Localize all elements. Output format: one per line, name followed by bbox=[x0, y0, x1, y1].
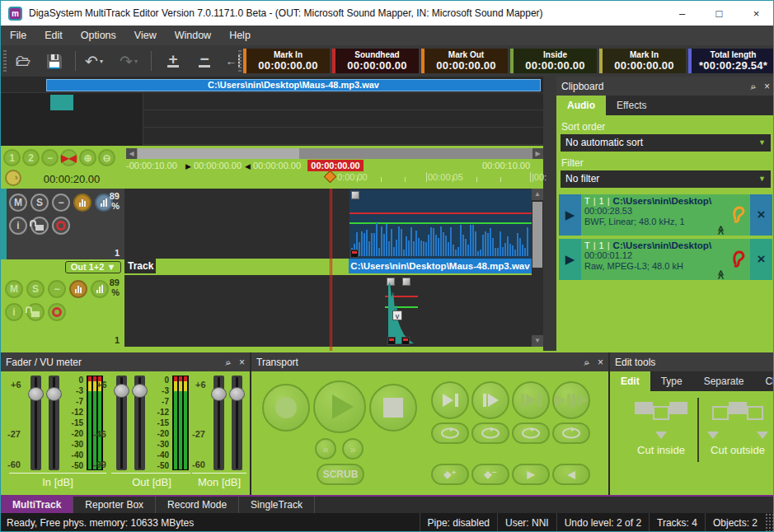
delete-icon[interactable]: × bbox=[750, 194, 772, 236]
scroll-right-icon[interactable]: ▶ bbox=[532, 148, 543, 159]
stop-button[interactable] bbox=[369, 384, 417, 432]
resize-grip[interactable] bbox=[765, 513, 774, 532]
scroll-up-icon[interactable]: ▲ bbox=[532, 189, 543, 200]
scrollbar-thumb[interactable] bbox=[138, 148, 299, 159]
tab-multitrack[interactable]: MultiTrack bbox=[1, 497, 73, 513]
fader-knob[interactable] bbox=[229, 387, 245, 401]
vertical-scrollbar[interactable]: ▲ ▼ bbox=[532, 189, 543, 347]
scrollbar-thumb[interactable] bbox=[532, 202, 542, 268]
tab-clip-in[interactable]: Clip & I bbox=[754, 371, 774, 391]
menu-options[interactable]: Options bbox=[72, 26, 125, 45]
delete-marker-button[interactable]: ◆⁻ bbox=[471, 464, 509, 485]
menu-edit[interactable]: Edit bbox=[35, 26, 72, 45]
cut-inside-tool[interactable]: Cut inside bbox=[625, 402, 697, 456]
playhead-cursor[interactable] bbox=[330, 189, 332, 351]
expand-icon[interactable]: ≪ bbox=[716, 226, 727, 234]
loop-button[interactable] bbox=[552, 422, 590, 444]
scroll-left-icon[interactable]: ◀ bbox=[126, 148, 137, 159]
cut-outside-tool[interactable]: Cut outside bbox=[702, 402, 773, 456]
track1-lock-icon[interactable] bbox=[30, 217, 49, 235]
zoom-preset-2-button[interactable]: 2 bbox=[22, 149, 40, 166]
track1-audio-object[interactable] bbox=[349, 189, 532, 259]
play-to-mark-button[interactable] bbox=[512, 381, 550, 419]
forward-button[interactable]: » bbox=[342, 438, 364, 460]
filter-dropdown[interactable]: No filter▼ bbox=[561, 170, 771, 188]
close-icon[interactable]: × bbox=[764, 81, 770, 92]
menu-file[interactable]: File bbox=[1, 26, 35, 45]
fader-slider[interactable] bbox=[232, 376, 242, 470]
fader-knob[interactable] bbox=[211, 387, 227, 401]
scrub-button[interactable]: SCRUB bbox=[317, 464, 364, 485]
zoom-out-circle-icon[interactable]: ⊖ bbox=[98, 149, 115, 166]
track1-record-button[interactable] bbox=[52, 217, 70, 235]
track1-name[interactable]: Track 1 bbox=[124, 259, 156, 273]
track1-info-button[interactable]: i bbox=[9, 217, 27, 235]
track1-object-filename[interactable]: C:\Users\nin\Desktop\Maus-48.mp3.wav bbox=[349, 259, 532, 273]
rewind-button[interactable]: « bbox=[315, 438, 336, 460]
volume-point-handle[interactable]: v bbox=[392, 310, 402, 320]
fader-slider[interactable] bbox=[134, 376, 145, 470]
tab-audio[interactable]: Audio bbox=[556, 96, 606, 115]
fader-knob[interactable] bbox=[132, 384, 148, 398]
zoom-in-circle-icon[interactable]: ⊕ bbox=[79, 149, 96, 166]
overview-clip-block[interactable] bbox=[50, 95, 73, 110]
prelisten-ear-icon[interactable] bbox=[727, 194, 750, 236]
track2-solo-button[interactable]: S bbox=[26, 280, 45, 298]
next-marker-button[interactable]: ▶ bbox=[512, 464, 550, 485]
track1-minimize-button[interactable]: − bbox=[52, 194, 70, 212]
play-from-cursor-button[interactable] bbox=[471, 381, 509, 419]
zoom-preset-1-button[interactable]: 1 bbox=[3, 149, 21, 166]
undo-icon[interactable]: ↶▾ bbox=[82, 50, 106, 72]
play-around-cursor-button[interactable] bbox=[552, 381, 590, 419]
zoom-in-icon[interactable]: + bbox=[161, 50, 185, 72]
tab-type[interactable]: Type bbox=[650, 371, 693, 391]
pin-icon[interactable]: ⌕̶ bbox=[750, 81, 756, 92]
waveform-zoom-icon[interactable]: ᭡ bbox=[5, 170, 21, 186]
loop-button[interactable] bbox=[512, 422, 550, 444]
track2-meter2-button[interactable] bbox=[91, 280, 109, 298]
add-marker-button[interactable]: ◆⁺ bbox=[431, 464, 469, 485]
track2-meter-button[interactable] bbox=[69, 280, 87, 298]
maximize-button[interactable]: □ bbox=[701, 1, 738, 26]
play-to-cursor-button[interactable] bbox=[431, 381, 469, 419]
mark-line-red[interactable] bbox=[349, 212, 532, 214]
timeline-ruler[interactable]: -00:00:10.00 ▶ 00:00:00.00 ◀ 00:00:00.00… bbox=[124, 160, 543, 184]
marker-right-icon[interactable]: ▶ bbox=[185, 162, 191, 170]
track2-lock-icon[interactable] bbox=[26, 303, 45, 321]
record-button[interactable] bbox=[262, 384, 310, 432]
menu-window[interactable]: Window bbox=[166, 26, 220, 45]
tab-separate[interactable]: Separate bbox=[693, 371, 755, 391]
pin-icon[interactable]: ⌕̶ bbox=[225, 357, 231, 368]
track1-solo-button[interactable]: S bbox=[30, 194, 49, 212]
prelisten-ear-icon[interactable] bbox=[727, 239, 750, 280]
play-icon[interactable]: ▶ bbox=[559, 194, 581, 236]
tab-record-mode[interactable]: Record Mode bbox=[156, 497, 239, 513]
project-overview[interactable]: C:\Users\nin\Desktop\Maus-48.mp3.wav bbox=[1, 77, 543, 146]
close-icon[interactable]: × bbox=[598, 357, 603, 368]
marker-left-icon[interactable]: ◀ bbox=[245, 162, 251, 170]
play-button[interactable] bbox=[313, 380, 366, 433]
track1-meter-button[interactable] bbox=[73, 194, 91, 212]
close-button[interactable]: × bbox=[738, 1, 774, 26]
track2-record-button[interactable] bbox=[48, 303, 66, 321]
tab-singletrack[interactable]: SingleTrack bbox=[239, 497, 315, 513]
open-icon[interactable]: 🗁 bbox=[11, 50, 35, 72]
fader-knob[interactable] bbox=[46, 387, 62, 401]
playhead-diamond-icon[interactable] bbox=[324, 170, 337, 184]
menu-view[interactable]: View bbox=[125, 26, 166, 45]
minimize-button[interactable]: – bbox=[664, 1, 701, 26]
loop-button[interactable] bbox=[431, 422, 469, 444]
overview-object-bar[interactable]: C:\Users\nin\Desktop\Maus-48.mp3.wav bbox=[46, 79, 541, 91]
track2-lane[interactable]: v bbox=[124, 275, 532, 347]
track1-select-strip[interactable] bbox=[1, 189, 7, 259]
save-icon[interactable]: 💾 bbox=[42, 50, 67, 72]
tab-effects[interactable]: Effects bbox=[606, 96, 657, 115]
clipboard-item[interactable]: ▶ T|1|C:\Users\nin\Desktop\ 00:00:01.12 … bbox=[559, 239, 772, 280]
tab-reporter-box[interactable]: Reporter Box bbox=[73, 497, 156, 513]
sort-order-dropdown[interactable]: No automatic sort▼ bbox=[561, 134, 771, 152]
fader-knob[interactable] bbox=[114, 384, 129, 398]
expand-icon[interactable]: ≪ bbox=[716, 270, 727, 278]
track2-minimize-button[interactable]: − bbox=[48, 280, 66, 298]
prev-marker-button[interactable]: ◀ bbox=[552, 464, 590, 485]
marks-icon[interactable]: ▶◀ bbox=[60, 149, 77, 166]
